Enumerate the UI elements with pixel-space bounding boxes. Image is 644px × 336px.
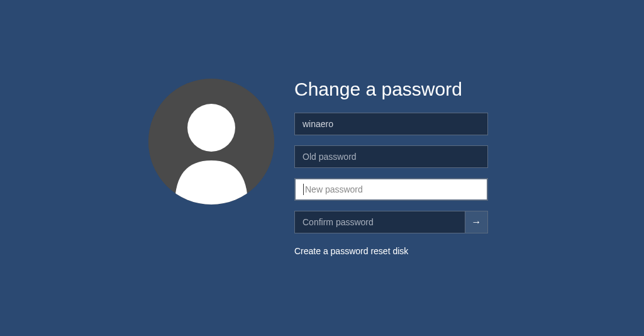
- user-avatar: [148, 79, 274, 204]
- username-value: winaero: [303, 119, 333, 129]
- user-icon: [148, 79, 274, 204]
- confirm-password-input[interactable]: [303, 217, 457, 227]
- new-password-input[interactable]: [305, 184, 479, 194]
- username-field[interactable]: winaero: [294, 113, 488, 135]
- change-password-form: Change a password winaero → Create a pas…: [148, 79, 496, 256]
- text-caret: [303, 184, 304, 195]
- new-password-field[interactable]: [294, 178, 488, 201]
- old-password-field[interactable]: [294, 145, 488, 168]
- svg-point-1: [187, 104, 235, 152]
- confirm-password-field[interactable]: [294, 211, 465, 233]
- reset-disk-link[interactable]: Create a password reset disk: [294, 246, 496, 256]
- arrow-right-icon: →: [472, 216, 482, 228]
- old-password-input[interactable]: [303, 152, 480, 162]
- submit-button[interactable]: →: [465, 211, 488, 233]
- confirm-password-row: →: [294, 211, 488, 233]
- form-fields: Change a password winaero → Create a pas…: [294, 79, 496, 256]
- page-title: Change a password: [294, 79, 496, 100]
